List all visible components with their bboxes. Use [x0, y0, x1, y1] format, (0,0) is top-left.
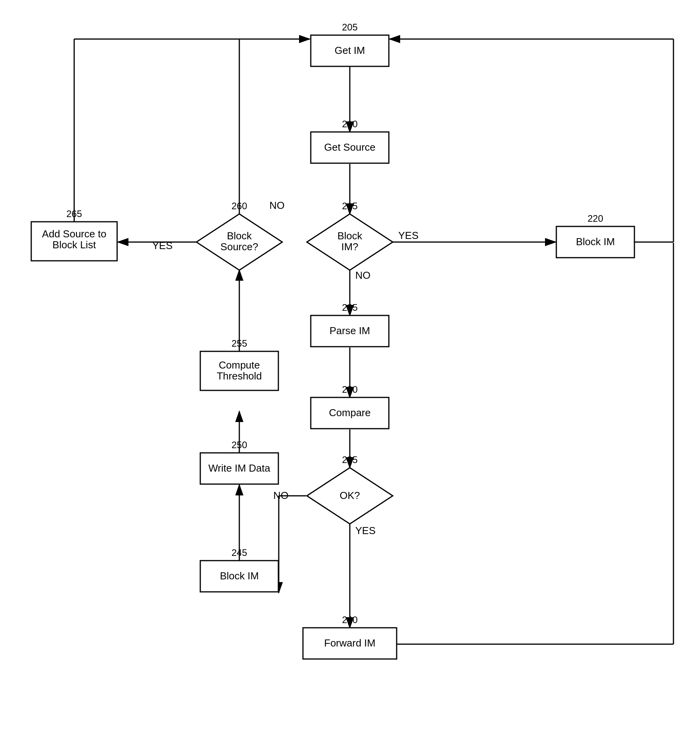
- label-230: Compare: [329, 407, 371, 419]
- num-210: 210: [342, 119, 358, 129]
- yes-label-215: YES: [398, 230, 419, 241]
- label-225: Parse IM: [330, 325, 370, 337]
- label-235: OK?: [340, 490, 360, 501]
- num-250: 250: [232, 440, 247, 450]
- label-215-1: Block: [337, 230, 363, 242]
- label-265-1: Add Source to: [42, 228, 107, 240]
- num-220: 220: [588, 213, 603, 224]
- num-205: 205: [342, 22, 358, 32]
- num-235: 235: [342, 454, 358, 465]
- num-255: 255: [232, 338, 247, 349]
- label-210: Get Source: [324, 141, 376, 153]
- label-265-2: Block List: [52, 239, 96, 251]
- num-230: 230: [342, 384, 358, 395]
- yes-label-235: YES: [355, 525, 376, 536]
- no-label-235: NO: [273, 490, 289, 501]
- num-240: 240: [342, 614, 358, 625]
- label-240: Forward IM: [324, 637, 375, 649]
- label-255-1: Compute: [219, 359, 260, 371]
- yes-label-260: YES: [152, 240, 173, 251]
- no-label-260: NO: [269, 199, 285, 211]
- label-245: Block IM: [220, 570, 259, 582]
- num-215: 215: [342, 201, 358, 211]
- num-265: 265: [66, 208, 82, 219]
- label-205: Get IM: [335, 45, 365, 56]
- num-225: 225: [342, 302, 358, 313]
- label-260-2: Source?: [221, 241, 258, 253]
- label-215-2: IM?: [341, 241, 358, 253]
- num-260: 260: [232, 201, 247, 211]
- label-220: Block IM: [576, 236, 615, 248]
- label-260-1: Block: [227, 230, 252, 242]
- num-245: 245: [232, 547, 247, 558]
- label-250: Write IM Data: [208, 462, 271, 474]
- no-label-215: NO: [355, 269, 370, 281]
- label-255-2: Threshold: [217, 370, 262, 382]
